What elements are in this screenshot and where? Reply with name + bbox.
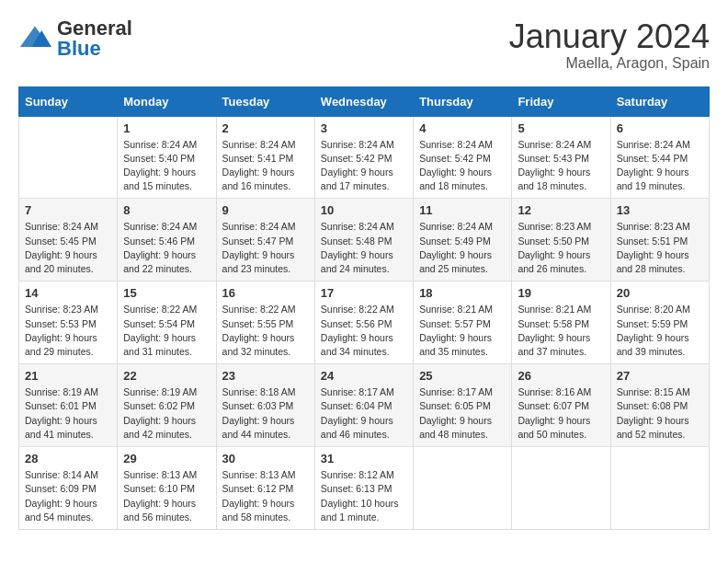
week-row-4: 21Sunrise: 8:19 AMSunset: 6:01 PMDayligh…: [19, 364, 710, 447]
week-row-1: 1Sunrise: 8:24 AMSunset: 5:40 PMDaylight…: [19, 116, 710, 199]
day-number: 3: [321, 121, 407, 135]
column-header-tuesday: Tuesday: [216, 86, 314, 116]
calendar-cell: 27Sunrise: 8:15 AMSunset: 6:08 PMDayligh…: [610, 364, 709, 447]
column-header-wednesday: Wednesday: [314, 86, 413, 116]
calendar-cell: 17Sunrise: 8:22 AMSunset: 5:56 PMDayligh…: [314, 282, 413, 364]
title-block: January 2024 Maella, Aragon, Spain: [509, 18, 710, 72]
day-number: 16: [222, 286, 309, 300]
logo-icon: [18, 22, 51, 55]
day-info: Sunrise: 8:23 AMSunset: 5:50 PMDaylight:…: [518, 220, 604, 276]
day-info: Sunrise: 8:22 AMSunset: 5:56 PMDaylight:…: [321, 303, 407, 359]
day-number: 25: [419, 369, 506, 383]
day-number: 22: [123, 369, 210, 383]
calendar-cell: [512, 447, 610, 530]
day-info: Sunrise: 8:14 AMSunset: 6:09 PMDaylight:…: [25, 468, 111, 524]
day-info: Sunrise: 8:22 AMSunset: 5:55 PMDaylight:…: [222, 303, 309, 359]
day-number: 26: [518, 369, 604, 383]
day-number: 6: [617, 121, 703, 135]
column-header-saturday: Saturday: [610, 86, 709, 116]
calendar-cell: 19Sunrise: 8:21 AMSunset: 5:58 PMDayligh…: [512, 282, 610, 364]
day-number: 11: [419, 203, 506, 217]
day-info: Sunrise: 8:23 AMSunset: 5:51 PMDaylight:…: [617, 220, 703, 276]
day-number: 9: [222, 203, 309, 217]
calendar-cell: 10Sunrise: 8:24 AMSunset: 5:48 PMDayligh…: [314, 199, 413, 282]
logo: General Blue: [18, 18, 132, 59]
calendar-cell: 21Sunrise: 8:19 AMSunset: 6:01 PMDayligh…: [19, 364, 118, 447]
day-info: Sunrise: 8:24 AMSunset: 5:48 PMDaylight:…: [321, 220, 407, 276]
calendar-cell: 25Sunrise: 8:17 AMSunset: 6:05 PMDayligh…: [414, 364, 512, 447]
calendar-cell: 7Sunrise: 8:24 AMSunset: 5:45 PMDaylight…: [19, 199, 118, 282]
day-number: 23: [222, 369, 309, 383]
day-info: Sunrise: 8:13 AMSunset: 6:10 PMDaylight:…: [123, 468, 210, 524]
header-row: SundayMondayTuesdayWednesdayThursdayFrid…: [19, 86, 710, 116]
calendar-cell: 5Sunrise: 8:24 AMSunset: 5:43 PMDaylight…: [512, 116, 610, 199]
week-row-2: 7Sunrise: 8:24 AMSunset: 5:45 PMDaylight…: [19, 199, 710, 282]
day-info: Sunrise: 8:17 AMSunset: 6:04 PMDaylight:…: [321, 385, 407, 442]
calendar-cell: 4Sunrise: 8:24 AMSunset: 5:42 PMDaylight…: [414, 116, 512, 199]
day-info: Sunrise: 8:13 AMSunset: 6:12 PMDaylight:…: [222, 468, 309, 524]
column-header-thursday: Thursday: [414, 86, 512, 116]
day-number: 8: [123, 203, 210, 217]
day-info: Sunrise: 8:20 AMSunset: 5:59 PMDaylight:…: [617, 303, 703, 359]
page-header: General Blue January 2024 Maella, Aragon…: [18, 18, 710, 72]
calendar-table: SundayMondayTuesdayWednesdayThursdayFrid…: [18, 86, 710, 530]
calendar-cell: 1Sunrise: 8:24 AMSunset: 5:40 PMDaylight…: [118, 116, 216, 199]
column-header-monday: Monday: [118, 86, 216, 116]
day-info: Sunrise: 8:18 AMSunset: 6:03 PMDaylight:…: [222, 385, 309, 442]
day-number: 21: [25, 369, 111, 383]
day-number: 29: [123, 452, 210, 465]
calendar-cell: 23Sunrise: 8:18 AMSunset: 6:03 PMDayligh…: [216, 364, 314, 447]
day-number: 5: [518, 121, 604, 135]
day-number: 15: [123, 286, 210, 300]
column-header-friday: Friday: [512, 86, 610, 116]
day-number: 4: [419, 121, 506, 135]
calendar-cell: 28Sunrise: 8:14 AMSunset: 6:09 PMDayligh…: [19, 447, 118, 530]
calendar-cell: 22Sunrise: 8:19 AMSunset: 6:02 PMDayligh…: [118, 364, 216, 447]
calendar-cell: 3Sunrise: 8:24 AMSunset: 5:42 PMDaylight…: [314, 116, 413, 199]
day-number: 2: [222, 121, 309, 135]
day-info: Sunrise: 8:21 AMSunset: 5:58 PMDaylight:…: [518, 303, 604, 359]
day-number: 13: [617, 203, 703, 217]
calendar-cell: 24Sunrise: 8:17 AMSunset: 6:04 PMDayligh…: [314, 364, 413, 447]
calendar-cell: 15Sunrise: 8:22 AMSunset: 5:54 PMDayligh…: [118, 282, 216, 364]
calendar-title: January 2024: [509, 18, 710, 55]
calendar-cell: 12Sunrise: 8:23 AMSunset: 5:50 PMDayligh…: [512, 199, 610, 282]
calendar-cell: 9Sunrise: 8:24 AMSunset: 5:47 PMDaylight…: [216, 199, 314, 282]
calendar-cell: [610, 447, 709, 530]
day-number: 14: [25, 286, 111, 300]
day-info: Sunrise: 8:24 AMSunset: 5:45 PMDaylight:…: [25, 220, 111, 276]
day-number: 31: [321, 452, 407, 465]
calendar-cell: 8Sunrise: 8:24 AMSunset: 5:46 PMDaylight…: [118, 199, 216, 282]
calendar-cell: 13Sunrise: 8:23 AMSunset: 5:51 PMDayligh…: [610, 199, 709, 282]
calendar-cell: 6Sunrise: 8:24 AMSunset: 5:44 PMDaylight…: [610, 116, 709, 199]
calendar-cell: 16Sunrise: 8:22 AMSunset: 5:55 PMDayligh…: [216, 282, 314, 364]
calendar-cell: 26Sunrise: 8:16 AMSunset: 6:07 PMDayligh…: [512, 364, 610, 447]
day-info: Sunrise: 8:16 AMSunset: 6:07 PMDaylight:…: [518, 385, 604, 442]
calendar-subtitle: Maella, Aragon, Spain: [509, 55, 710, 72]
day-number: 30: [222, 452, 309, 465]
day-number: 20: [617, 286, 703, 300]
day-info: Sunrise: 8:19 AMSunset: 6:02 PMDaylight:…: [123, 385, 210, 442]
day-info: Sunrise: 8:24 AMSunset: 5:40 PMDaylight:…: [123, 138, 210, 194]
day-info: Sunrise: 8:15 AMSunset: 6:08 PMDaylight:…: [617, 385, 703, 442]
calendar-cell: 30Sunrise: 8:13 AMSunset: 6:12 PMDayligh…: [216, 447, 314, 530]
calendar-cell: 29Sunrise: 8:13 AMSunset: 6:10 PMDayligh…: [118, 447, 216, 530]
calendar-cell: [19, 116, 118, 199]
calendar-cell: 31Sunrise: 8:12 AMSunset: 6:13 PMDayligh…: [314, 447, 413, 530]
day-info: Sunrise: 8:22 AMSunset: 5:54 PMDaylight:…: [123, 303, 210, 359]
day-info: Sunrise: 8:17 AMSunset: 6:05 PMDaylight:…: [419, 385, 506, 442]
day-number: 7: [25, 203, 111, 217]
day-number: 10: [321, 203, 407, 217]
week-row-3: 14Sunrise: 8:23 AMSunset: 5:53 PMDayligh…: [19, 282, 710, 364]
day-info: Sunrise: 8:23 AMSunset: 5:53 PMDaylight:…: [25, 303, 111, 359]
day-number: 12: [518, 203, 604, 217]
day-info: Sunrise: 8:24 AMSunset: 5:41 PMDaylight:…: [222, 138, 309, 194]
day-number: 27: [617, 369, 703, 383]
day-info: Sunrise: 8:19 AMSunset: 6:01 PMDaylight:…: [25, 385, 111, 442]
logo-blue-text: Blue: [57, 37, 101, 60]
day-info: Sunrise: 8:12 AMSunset: 6:13 PMDaylight:…: [321, 468, 407, 524]
calendar-cell: 14Sunrise: 8:23 AMSunset: 5:53 PMDayligh…: [19, 282, 118, 364]
day-number: 24: [321, 369, 407, 383]
day-number: 17: [321, 286, 407, 300]
day-info: Sunrise: 8:24 AMSunset: 5:49 PMDaylight:…: [419, 220, 506, 276]
